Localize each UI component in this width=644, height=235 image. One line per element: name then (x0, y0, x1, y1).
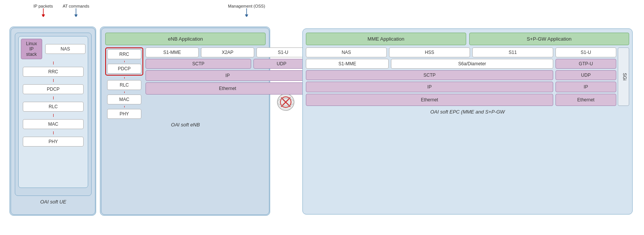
rrc-enb-box: RRC (107, 49, 141, 59)
sctp-enb-label: SCTP (192, 61, 204, 66)
pdcp-enb-label: PDCP (118, 66, 130, 71)
ip-epc-label: IP (427, 84, 432, 90)
ip-epc-box: IP (306, 82, 553, 92)
mme-app-label: MME Application (367, 36, 404, 42)
s1u-epc-label: S1-U (581, 50, 591, 55)
x2ap-enb-label: X2AP (222, 50, 234, 55)
ethernet-enb-box: Ethernet (146, 82, 310, 95)
phy-ue-box: PHY (23, 137, 84, 147)
ip-enb-box: IP (146, 70, 310, 81)
management-arrow (244, 8, 250, 17)
s1u-enb-label: S1-U (278, 50, 288, 55)
nas-epc-label: NAS (342, 50, 351, 55)
s11-epc-box: S11 (472, 47, 553, 57)
pdcp-ue-box: PDCP (23, 84, 84, 94)
linux-ip-label: Linux IPstack (26, 41, 37, 57)
ip-spgw-label: IP (584, 84, 588, 90)
main-area: Linux IPstack NAS RRC PDCP (4, 25, 640, 235)
rlc-enb-label: RLC (120, 82, 129, 88)
mac-enb-box: MAC (107, 95, 141, 104)
spgw-app-label: S+P-GW Application (527, 36, 571, 42)
gtpu-epc-label: GTP-U (579, 61, 593, 66)
s1mme-enb-box: S1-MME (146, 47, 199, 57)
enb-app-box: eNB Application (105, 33, 266, 45)
x2ap-enb-box: X2AP (201, 47, 254, 57)
phy-ue-label: PHY (49, 139, 58, 144)
pdcp-enb-box: PDCP (107, 64, 141, 74)
ip-spgw-box: IP (555, 82, 616, 92)
spgw-app-box: S+P-GW Application (469, 33, 630, 45)
epc-spgw-section: S1-U GTP-U UDP IP (555, 47, 629, 106)
s1u-enb-box: S1-U (256, 47, 310, 57)
s11-epc-label: S11 (509, 50, 517, 55)
s6a-epc-label: S6a/Diameter (458, 61, 486, 66)
s1u-epc-box: S1-U (555, 47, 616, 57)
mac-enb-label: MAC (119, 97, 130, 102)
ue-inner2: Linux IPstack NAS RRC PDCP (18, 36, 88, 188)
ethernet-epc-label: Ethernet (421, 97, 438, 103)
rlc-ue-box: RLC (23, 102, 84, 112)
udp-epc-label: UDP (581, 73, 590, 78)
enb-app-label: eNB Application (168, 36, 203, 42)
udp-enb-label: UDP (277, 61, 286, 66)
s6a-epc-box: S6a/Diameter (391, 59, 553, 69)
ip-packets-arrow (40, 8, 46, 17)
udp-enb-box: UDP (253, 59, 310, 69)
hss-epc-label: HSS (425, 50, 434, 55)
at-commands-arrow (73, 8, 79, 17)
enb-label: OAI soft eNB (105, 122, 266, 128)
sgi-label: SGi (622, 73, 627, 80)
nas-ue-label: NAS (60, 46, 70, 52)
enb-cols: RRC PDCP RLC MAC (105, 47, 266, 119)
ethernet-epc-box: Ethernet (306, 94, 553, 106)
enb-right-top: S1-MME X2AP S1-U (146, 47, 310, 57)
rrc-ue-label: RRC (48, 69, 58, 74)
ue-label: OAI soft UE (15, 199, 92, 205)
rlc-ue-label: RLC (49, 104, 58, 109)
enb-left: RRC PDCP RLC MAC (105, 47, 143, 119)
rrc-ue-box: RRC (23, 67, 84, 77)
ethernet-spgw-box: Ethernet (555, 94, 616, 106)
mme-app-box: MME Application (306, 33, 466, 45)
gtpu-epc-box: GTP-U (555, 59, 616, 69)
pdcp-ue-label: PDCP (47, 87, 59, 92)
hss-epc-box: HSS (389, 47, 470, 57)
sgi-box: SGi (618, 47, 629, 106)
enb-sctp-udp: SCTP UDP (146, 59, 310, 69)
management-label: Management (OSS) (228, 4, 265, 8)
sctp-enb-box: SCTP (146, 59, 251, 69)
udp-epc-box: UDP (555, 70, 616, 80)
ue-panel: Linux IPstack NAS RRC PDCP (11, 28, 95, 214)
rlc-enb-box: RLC (107, 80, 141, 90)
at-commands-label: AT commands (63, 4, 89, 8)
rrc-enb-label: RRC (119, 52, 129, 57)
epc-row-nas-hss-s11: NAS HSS S11 (306, 47, 553, 57)
s1mme-enb-label: S1-MME (163, 50, 181, 55)
epc-panel: MME Application S+P-GW Application NAS H… (302, 28, 633, 214)
ip-packets-label: IP packets (33, 4, 53, 8)
s1mme-epc-box: S1-MME (306, 59, 389, 69)
epc-row-s1mme-s6a: S1-MME S6a/Diameter (306, 59, 553, 69)
sctp-epc-box: SCTP (306, 70, 553, 80)
mac-ue-box: MAC (23, 119, 84, 129)
epc-mme-stack: NAS HSS S11 S1-MME (306, 47, 553, 106)
linux-ip-stack-box: Linux IPstack (21, 39, 42, 59)
phy-enb-box: PHY (107, 109, 141, 119)
epc-spgw-stack: S1-U GTP-U UDP IP (555, 47, 616, 106)
diagram-container: IP packets AT commands (0, 0, 644, 235)
phy-enb-label: PHY (120, 111, 129, 117)
s1mme-epc-label: S1-MME (339, 61, 356, 66)
epc-top-row: MME Application S+P-GW Application (306, 33, 629, 45)
nas-ue-box: NAS (45, 44, 85, 54)
ethernet-enb-label: Ethernet (219, 86, 236, 91)
epc-label: OAI soft EPC (MME and S+P-GW (306, 109, 629, 115)
ip-enb-label: IP (225, 73, 229, 78)
enb-panel: eNB Application RRC PDCP (102, 28, 269, 214)
epc-content: NAS HSS S11 S1-MME (306, 47, 629, 106)
mac-ue-label: MAC (48, 121, 59, 127)
sctp-epc-label: SCTP (423, 73, 435, 78)
ethernet-spgw-label: Ethernet (577, 97, 594, 103)
ue-inner: Linux IPstack NAS RRC PDCP (15, 33, 92, 196)
enb-right: S1-MME X2AP S1-U SCTP (146, 47, 310, 119)
nas-epc-box: NAS (306, 47, 387, 57)
